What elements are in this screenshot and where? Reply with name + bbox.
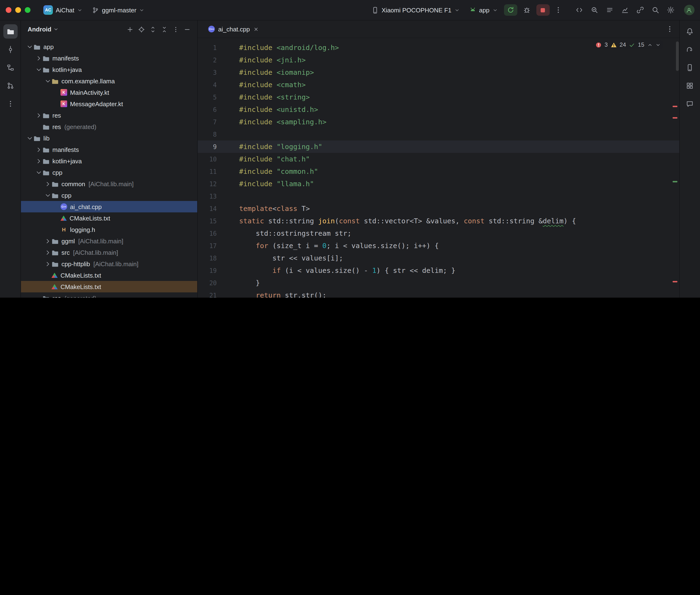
tree-item-kotlin-java[interactable]: kotlin+java bbox=[21, 64, 197, 75]
commit-tool-button[interactable] bbox=[3, 42, 18, 57]
locate-file-button[interactable] bbox=[136, 24, 147, 34]
code-line-17[interactable]: 17 for (size_t i = 0; i < values.size();… bbox=[198, 239, 679, 252]
macos-close-button[interactable] bbox=[6, 7, 11, 13]
inspections-widget[interactable]: 3 24 15 bbox=[593, 40, 663, 49]
hide-panel-button[interactable] bbox=[182, 24, 192, 34]
folder-icon bbox=[43, 123, 50, 130]
error-stripe-mark[interactable] bbox=[672, 117, 677, 119]
device-selector[interactable]: Xiaomi POCOPHONE F1 bbox=[368, 5, 463, 15]
add-button[interactable] bbox=[125, 24, 135, 34]
error-stripe-mark[interactable] bbox=[672, 106, 677, 107]
editor-scrollbar[interactable] bbox=[676, 41, 678, 71]
tree-item-ggml[interactable]: ggml[AiChat.lib.main] bbox=[21, 235, 197, 247]
code-line-15[interactable]: 15static std::string join(const std::vec… bbox=[198, 215, 679, 227]
run-config-selector[interactable]: app bbox=[466, 5, 501, 15]
tree-item-mainactivity-kt[interactable]: KMainActivity.kt bbox=[21, 87, 197, 98]
vcs-branch-selector[interactable]: ggml-master bbox=[89, 5, 148, 15]
search-icon bbox=[651, 6, 659, 14]
tree-item-com-example-llama[interactable]: com.example.llama bbox=[21, 75, 197, 87]
tree-item-cmakelists-txt[interactable]: CMakeLists.txt bbox=[21, 270, 197, 281]
tree-item-manifests[interactable]: manifests bbox=[21, 52, 197, 64]
code-line-11[interactable]: 11#include "common.h" bbox=[198, 165, 679, 178]
notifications-button[interactable] bbox=[682, 24, 697, 38]
code-line-4[interactable]: 4#include <cmath> bbox=[198, 79, 679, 91]
pull-requests-tool-button[interactable] bbox=[3, 79, 18, 93]
editor-tab-ai-chat-cpp[interactable]: C++ ai_chat.cpp bbox=[203, 21, 263, 38]
todo-list-button[interactable] bbox=[604, 4, 615, 16]
tree-item-cpp[interactable]: cpp bbox=[21, 190, 197, 201]
macos-zoom-button[interactable] bbox=[25, 7, 30, 13]
tree-item-lib[interactable]: lib bbox=[21, 132, 197, 144]
tree-item-app[interactable]: app bbox=[21, 41, 197, 52]
previous-problem-icon[interactable] bbox=[647, 42, 652, 47]
stop-button[interactable] bbox=[536, 4, 550, 16]
tree-item-messageadapter-kt[interactable]: KMessageAdapter.kt bbox=[21, 98, 197, 110]
code-line-3[interactable]: 3#include <iomanip> bbox=[198, 66, 679, 79]
tree-item-res[interactable]: res(generated) bbox=[21, 121, 197, 132]
dotsv-icon bbox=[6, 100, 14, 108]
settings-button[interactable] bbox=[665, 4, 676, 16]
project-selector[interactable]: AC AiChat bbox=[40, 4, 86, 16]
tree-item-kotlin-java[interactable]: kotlin+java bbox=[21, 155, 197, 167]
code-line-14[interactable]: 14template<class T> bbox=[198, 202, 679, 215]
panel-options-button[interactable] bbox=[171, 24, 181, 34]
gradle-tool-button[interactable] bbox=[682, 42, 697, 57]
code-line-19[interactable]: 19 if (i < values.size() - 1) { str << d… bbox=[198, 264, 679, 277]
code-line-2[interactable]: 2#include <jni.h> bbox=[198, 54, 679, 66]
tree-item-cpp-httplib[interactable]: cpp-httplib[AiChat.lib.main] bbox=[21, 258, 197, 270]
editor-options-button[interactable] bbox=[664, 23, 675, 35]
error-stripe-mark[interactable] bbox=[672, 281, 677, 282]
code-line-10[interactable]: 10#include "chat.h" bbox=[198, 153, 679, 165]
tree-item-res[interactable]: res(generated) bbox=[21, 292, 197, 298]
device-link-button[interactable] bbox=[634, 4, 646, 16]
code-line-6[interactable]: 6#include <unistd.h> bbox=[198, 103, 679, 116]
code-line-9[interactable]: 9#include "logging.h" bbox=[198, 140, 679, 153]
tree-item-cmakelists-txt[interactable]: CMakeLists.txt bbox=[21, 281, 197, 292]
close-tab-icon[interactable] bbox=[253, 26, 258, 32]
more-run-actions-button[interactable] bbox=[552, 4, 564, 16]
tree-item-src[interactable]: src[AiChat.lib.main] bbox=[21, 247, 197, 258]
expand-all-button[interactable] bbox=[148, 24, 158, 34]
app-insights-tool-button[interactable] bbox=[682, 97, 697, 111]
code-line-16[interactable]: 16 std::ostringstream str; bbox=[198, 227, 679, 239]
structure-icon bbox=[6, 64, 14, 72]
cmake-file-icon bbox=[60, 216, 67, 221]
run-button[interactable] bbox=[504, 4, 517, 16]
debug-button[interactable] bbox=[520, 4, 533, 16]
search-everywhere-button[interactable] bbox=[649, 4, 661, 16]
next-problem-icon[interactable] bbox=[655, 42, 661, 47]
code-line-8[interactable]: 8 bbox=[198, 128, 679, 140]
tree-item-logging-h[interactable]: Hlogging.h bbox=[21, 224, 197, 235]
chart-icon bbox=[621, 6, 628, 14]
code-line-20[interactable]: 20 } bbox=[198, 277, 679, 289]
tree-item-res[interactable]: res bbox=[21, 110, 197, 121]
code-line-18[interactable]: 18 str << values[i]; bbox=[198, 252, 679, 264]
code-text: for (size_t i = 0; i < values.size(); i+… bbox=[239, 242, 439, 250]
tree-item-cpp[interactable]: cpp bbox=[21, 167, 197, 178]
code-line-13[interactable]: 13 bbox=[198, 190, 679, 202]
tree-item-cmakelists-txt[interactable]: CMakeLists.txt bbox=[21, 213, 197, 224]
inspect-code-button[interactable] bbox=[589, 4, 600, 16]
stop-square-icon bbox=[541, 8, 545, 12]
project-view-selector[interactable]: Android bbox=[28, 26, 52, 33]
profiler-button[interactable] bbox=[619, 4, 631, 16]
avatar[interactable] bbox=[684, 5, 694, 15]
resource-manager-tool-button[interactable] bbox=[682, 79, 697, 93]
macos-minimize-button[interactable] bbox=[15, 7, 21, 13]
code-line-5[interactable]: 5#include <string> bbox=[198, 91, 679, 103]
code-area[interactable]: 1#include <android/log.h>2#include <jni.… bbox=[198, 38, 679, 298]
structure-tool-button[interactable] bbox=[3, 60, 18, 75]
code-line-12[interactable]: 12#include "llama.h" bbox=[198, 178, 679, 190]
vcs-stripe-mark[interactable] bbox=[672, 181, 677, 182]
project-tool-button[interactable] bbox=[3, 24, 18, 38]
code-tools-button[interactable] bbox=[573, 4, 585, 16]
device-manager-tool-button[interactable] bbox=[682, 60, 697, 75]
code-line-7[interactable]: 7#include <sampling.h> bbox=[198, 116, 679, 128]
tree-item-ai-chat-cpp[interactable]: C++ai_chat.cpp bbox=[21, 201, 197, 213]
user-icon bbox=[686, 7, 692, 13]
collapse-all-button[interactable] bbox=[159, 24, 170, 34]
tree-item-manifests[interactable]: manifests bbox=[21, 144, 197, 155]
code-line-21[interactable]: 21 return str.str(); bbox=[198, 289, 679, 298]
tree-item-common[interactable]: common[AiChat.lib.main] bbox=[21, 178, 197, 190]
more-tool-windows-button[interactable] bbox=[3, 97, 18, 111]
